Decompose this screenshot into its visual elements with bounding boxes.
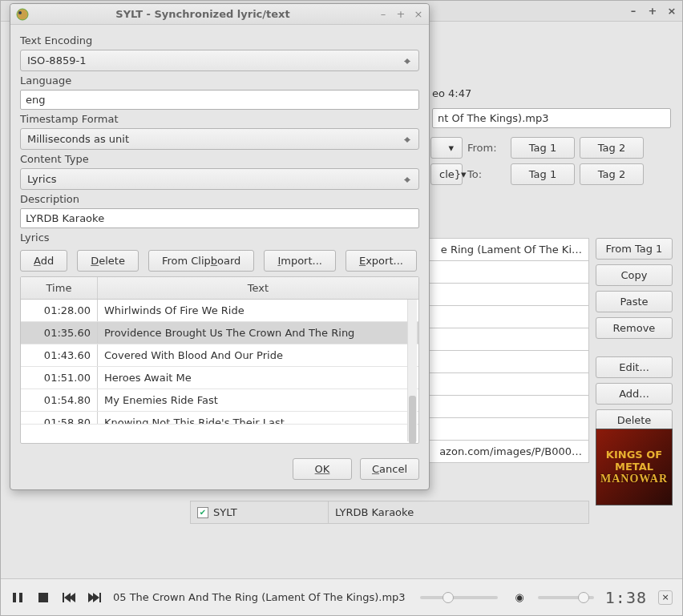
- from-tag2-button[interactable]: Tag 2: [580, 137, 644, 159]
- ok-button[interactable]: OK: [293, 458, 352, 480]
- to-tag2-button[interactable]: Tag 2: [580, 163, 644, 185]
- album-band-text: MANOWAR: [600, 473, 668, 485]
- svg-point-10: [18, 11, 22, 14]
- edit-button[interactable]: Edit...: [596, 356, 673, 378]
- lyrics-delete-button[interactable]: Delete: [77, 250, 139, 272]
- lyrics-scrollbar[interactable]: [407, 300, 417, 441]
- lyric-row[interactable]: 01:51.00Heroes Await Me: [21, 367, 418, 389]
- import-button[interactable]: Import...: [264, 250, 336, 272]
- filename-field-fragment[interactable]: nt Of The Kings).mp3: [432, 108, 671, 128]
- lyric-text: Knowing Not This Ride's Their Last: [98, 412, 418, 424]
- dialog-titlebar[interactable]: SYLT - Synchronized lyric/text – + ×: [10, 4, 429, 25]
- lyric-time: 01:35.60: [21, 322, 98, 344]
- language-field[interactable]: [20, 90, 419, 110]
- volume-slider[interactable]: [538, 596, 594, 599]
- prev-track-icon[interactable]: [62, 590, 76, 605]
- player-bar: 05 The Crown And The Ring (Lament Of The…: [1, 578, 682, 615]
- svg-rect-8: [99, 593, 101, 602]
- col-header-text[interactable]: Text: [98, 277, 418, 299]
- add-button[interactable]: Add...: [596, 383, 673, 405]
- description-label: Description: [20, 193, 419, 205]
- svg-marker-7: [93, 593, 99, 602]
- lyrics-label: Lyrics: [20, 232, 419, 244]
- time-display: 1:38: [605, 588, 647, 607]
- lyric-row[interactable]: 01:35.60Providence Brought Us The Crown …: [21, 322, 418, 344]
- lyrics-table-header: Time Text: [21, 277, 418, 300]
- dialog-footer: OK Cancel: [10, 452, 429, 489]
- frame-name: SYLT: [213, 506, 237, 518]
- seek-slider[interactable]: [420, 596, 498, 599]
- language-label: Language: [20, 74, 419, 87]
- svg-rect-1: [19, 593, 22, 602]
- lyric-time: 01:58.80: [21, 412, 98, 424]
- format-dropdown-fragment-2[interactable]: cle}▾: [430, 163, 463, 185]
- lyric-row[interactable]: 01:28.00Whirlwinds Of Fire We Ride: [21, 300, 418, 322]
- side-actions: From Tag 1 Copy Paste Remove Edit... Add…: [596, 238, 673, 431]
- lyric-text: Whirlwinds Of Fire We Ride: [98, 300, 418, 321]
- svg-rect-0: [13, 593, 16, 602]
- col-header-time[interactable]: Time: [21, 277, 98, 299]
- from-label: From:: [467, 142, 506, 154]
- maximize-icon[interactable]: +: [647, 6, 658, 17]
- lyric-row[interactable]: 01:43.60Covered With Blood And Our Pride: [21, 344, 418, 367]
- app-icon: [15, 7, 30, 22]
- export-button[interactable]: Export...: [346, 250, 417, 272]
- pause-icon[interactable]: [10, 590, 25, 605]
- volume-icon[interactable]: ◉: [512, 590, 527, 605]
- dialog-title: SYLT - Synchronized lyric/text: [34, 8, 371, 20]
- lyric-row[interactable]: 01:54.80My Enemies Ride Fast: [21, 389, 418, 412]
- minimize-icon[interactable]: –: [628, 6, 639, 17]
- from-tag1-button[interactable]: Tag 1: [511, 137, 575, 159]
- lyric-time: 01:51.00: [21, 367, 98, 389]
- svg-point-9: [17, 9, 28, 20]
- lyric-text: Providence Brought Us The Crown And The …: [98, 322, 418, 344]
- stop-icon[interactable]: [36, 590, 51, 605]
- text-encoding-label: Text Encoding: [20, 34, 419, 46]
- lyric-row[interactable]: 01:58.80Knowing Not This Ride's Their La…: [21, 412, 418, 425]
- lyric-text: My Enemies Ride Fast: [98, 389, 418, 411]
- lyric-time: 01:43.60: [21, 344, 98, 366]
- content-type-select[interactable]: Lyrics: [20, 168, 419, 190]
- svg-rect-3: [63, 593, 64, 602]
- format-dropdown-fragment[interactable]: ▾: [430, 137, 463, 159]
- delete-button[interactable]: Delete: [596, 409, 673, 431]
- media-info-fragment: eo 4:47: [432, 87, 471, 99]
- album-top-text: KINGS OF METAL: [596, 449, 672, 473]
- timestamp-format-select[interactable]: Milliseconds as unit: [20, 128, 419, 150]
- lyrics-add-button[interactable]: Add: [20, 250, 67, 272]
- lyric-time: 01:28.00: [21, 300, 98, 321]
- close-player-icon[interactable]: ×: [658, 590, 673, 605]
- from-clipboard-button[interactable]: From Clipboard: [148, 250, 254, 272]
- lyrics-table: Time Text 01:28.00Whirlwinds Of Fire We …: [20, 276, 419, 444]
- text-encoding-select[interactable]: ISO-8859-1: [20, 50, 419, 71]
- sylt-frame-row[interactable]: ✔ SYLT LYRDB Karaoke: [190, 501, 589, 524]
- from-tag1-side-button[interactable]: From Tag 1: [596, 238, 673, 260]
- lyric-text: Covered With Blood And Our Pride: [98, 344, 418, 366]
- now-playing-title: 05 The Crown And The Ring (Lament Of The…: [113, 591, 406, 603]
- dialog-close-icon[interactable]: ×: [413, 9, 424, 20]
- dialog-maximize-icon[interactable]: +: [395, 9, 406, 20]
- paste-button[interactable]: Paste: [596, 291, 673, 312]
- album-art[interactable]: KINGS OF METAL MANOWAR: [596, 429, 673, 505]
- lyrics-toolbar: Add Delete From Clipboard Import... Expo…: [20, 250, 419, 272]
- copy-button[interactable]: Copy: [596, 264, 673, 286]
- to-label: To:: [467, 168, 506, 180]
- next-track-icon[interactable]: [87, 590, 102, 605]
- close-icon[interactable]: ×: [666, 6, 677, 17]
- cancel-button[interactable]: Cancel: [360, 458, 419, 480]
- content-type-label: Content Type: [20, 153, 419, 165]
- checkbox-icon[interactable]: ✔: [197, 507, 208, 518]
- to-tag1-button[interactable]: Tag 1: [511, 163, 575, 185]
- timestamp-format-label: Timestamp Format: [20, 113, 419, 125]
- lyric-time: 01:54.80: [21, 389, 98, 411]
- scroll-thumb[interactable]: [409, 396, 416, 444]
- sylt-dialog: SYLT - Synchronized lyric/text – + × Tex…: [10, 3, 430, 490]
- svg-rect-2: [38, 593, 48, 602]
- dialog-minimize-icon[interactable]: –: [378, 9, 389, 20]
- remove-button[interactable]: Remove: [596, 317, 673, 339]
- lyric-text: Heroes Await Me: [98, 367, 418, 389]
- description-field[interactable]: [20, 208, 419, 228]
- frame-description: LYRDB Karaoke: [329, 501, 588, 523]
